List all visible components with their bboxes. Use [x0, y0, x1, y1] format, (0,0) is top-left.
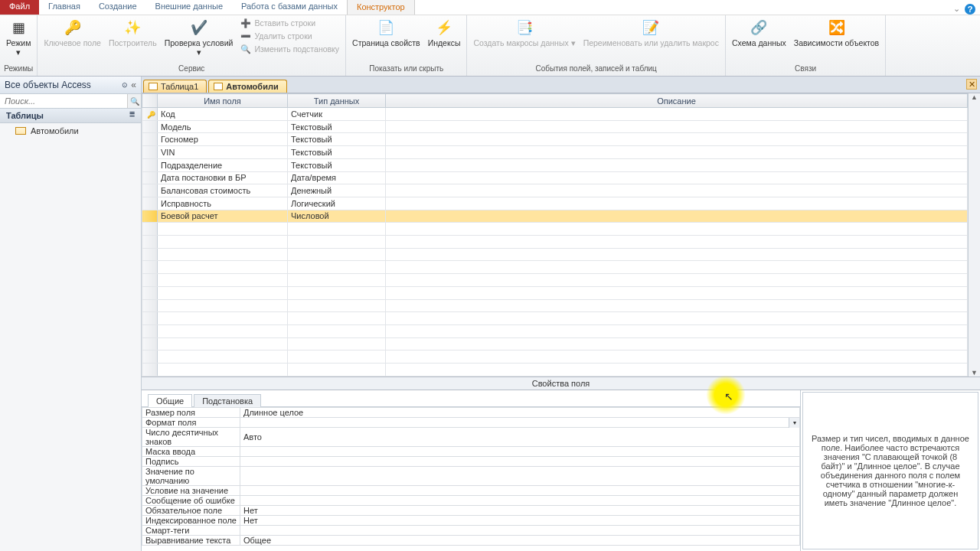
search-input[interactable]	[0, 94, 127, 108]
col-field-name[interactable]: Имя поля	[158, 94, 288, 108]
dropdown-icon[interactable]: ▾	[789, 418, 799, 428]
nav-dropdown-icon[interactable]: ⊙	[122, 81, 128, 89]
table-row[interactable]: Боевой расчет Числовой	[142, 210, 968, 223]
data-type-cell[interactable]: Текстовый	[288, 146, 386, 159]
property-value[interactable]: ▾	[240, 418, 800, 428]
row-selector[interactable]	[142, 210, 158, 223]
indexes-button[interactable]: ⚡ Индексы	[425, 17, 464, 49]
property-row[interactable]: Выравнивание текста Общее	[142, 536, 800, 546]
scroll-up-icon[interactable]: ▲	[971, 93, 978, 101]
table-row-empty[interactable]	[142, 274, 968, 287]
view-button[interactable]: ▦ Режим▾	[3, 17, 34, 58]
builder-button[interactable]: ✨ Построитель	[106, 17, 160, 49]
table-row-empty[interactable]	[142, 324, 968, 337]
scroll-down-icon[interactable]: ▼	[971, 369, 978, 377]
data-type-cell[interactable]: Денежный	[288, 184, 386, 197]
row-selector[interactable]	[142, 120, 158, 133]
description-cell[interactable]	[386, 133, 968, 146]
table-row[interactable]: Модель Текстовый	[142, 120, 968, 133]
insert-rows-button[interactable]: ➕Вставить строки	[237, 17, 342, 29]
field-name-cell[interactable]: Дата постановки в БР	[158, 171, 288, 184]
data-type-cell[interactable]: Числовой	[288, 210, 386, 223]
col-description[interactable]: Описание	[386, 94, 968, 108]
rename-macro-button[interactable]: 📝 Переименовать или удалить макрос	[580, 17, 722, 49]
field-name-cell[interactable]: Исправность	[158, 197, 288, 210]
property-row[interactable]: Размер поля Длинное целое	[142, 408, 800, 418]
property-value[interactable]	[240, 447, 800, 457]
row-selector[interactable]	[142, 158, 158, 171]
file-tab[interactable]: Файл	[0, 0, 39, 15]
table-row[interactable]: Госномер Текстовый	[142, 133, 968, 146]
data-type-cell[interactable]: Дата/время	[288, 171, 386, 184]
table-row-empty[interactable]	[142, 350, 968, 364]
property-value[interactable]: Нет	[240, 506, 800, 516]
relationships-button[interactable]: 🔗 Схема данных	[729, 17, 789, 49]
field-name-cell[interactable]: Боевой расчет	[158, 210, 288, 223]
col-data-type[interactable]: Тип данных	[288, 94, 386, 108]
property-grid[interactable]: Размер поля Длинное целоеФормат поля ▾Чи…	[142, 407, 800, 546]
search-icon[interactable]: 🔍	[127, 94, 141, 108]
minimize-ribbon-icon[interactable]: ⌄	[953, 4, 960, 15]
table-row[interactable]: Исправность Логический	[142, 197, 968, 210]
property-value[interactable]: Авто	[240, 428, 800, 447]
field-grid[interactable]: Имя поля Тип данных Описание Код Счетчик…	[142, 93, 968, 377]
property-value[interactable]	[240, 526, 800, 536]
field-name-cell[interactable]: VIN	[158, 146, 288, 159]
ribbon-tab-design[interactable]: Конструктор	[347, 0, 415, 15]
description-cell[interactable]	[386, 158, 968, 171]
property-row[interactable]: Обязательное поле Нет	[142, 506, 800, 516]
row-selector[interactable]	[142, 171, 158, 184]
property-row[interactable]: Значение по умолчанию	[142, 467, 800, 486]
description-cell[interactable]	[386, 184, 968, 197]
property-row[interactable]: Смарт-теги	[142, 526, 800, 536]
table-row-empty[interactable]	[142, 236, 968, 249]
delete-rows-button[interactable]: ➖Удалить строки	[237, 30, 342, 42]
property-value[interactable]	[240, 496, 800, 506]
doc-tab-table1[interactable]: Таблица1	[143, 80, 207, 93]
property-sheet-button[interactable]: 📄 Страница свойств	[349, 17, 423, 49]
data-type-cell[interactable]: Текстовый	[288, 158, 386, 171]
property-row[interactable]: Условие на значение	[142, 486, 800, 496]
description-cell[interactable]	[386, 171, 968, 184]
ribbon-tab-create[interactable]: Создание	[90, 0, 146, 15]
table-row[interactable]: Балансовая стоимость Денежный	[142, 184, 968, 197]
row-selector[interactable]	[142, 184, 158, 197]
property-value[interactable]	[240, 467, 800, 486]
description-cell[interactable]	[386, 120, 968, 133]
test-rules-button[interactable]: ✔️ Проверка условий▾	[162, 17, 237, 58]
prop-tab-general[interactable]: Общие	[148, 394, 192, 407]
primary-key-button[interactable]: 🔑 Ключевое поле	[41, 17, 104, 49]
property-row[interactable]: Формат поля ▾	[142, 418, 800, 428]
row-selector[interactable]	[142, 197, 158, 210]
field-name-cell[interactable]: Модель	[158, 120, 288, 133]
field-name-cell[interactable]: Госномер	[158, 133, 288, 146]
nav-collapse-icon[interactable]: «	[131, 80, 136, 90]
data-type-cell[interactable]: Текстовый	[288, 120, 386, 133]
field-name-cell[interactable]: Подразделение	[158, 158, 288, 171]
row-selector[interactable]	[142, 133, 158, 146]
table-row-empty[interactable]	[142, 299, 968, 312]
property-row[interactable]: Число десятичных знаков Авто	[142, 428, 800, 447]
table-row-empty[interactable]	[142, 337, 968, 350]
property-row[interactable]: Сообщение об ошибке	[142, 496, 800, 506]
create-macros-button[interactable]: 📑 Создать макросы данных ▾	[470, 17, 578, 49]
description-cell[interactable]	[386, 210, 968, 223]
vertical-scrollbar[interactable]: ▲ ▼	[968, 93, 980, 377]
collapse-group-icon[interactable]: ☰	[129, 111, 135, 120]
ribbon-tab-home[interactable]: Главная	[39, 0, 90, 15]
property-value[interactable]: Нет	[240, 516, 800, 526]
nav-header[interactable]: Все объекты Access ⊙ «	[0, 77, 141, 94]
property-value[interactable]: Общее	[240, 536, 800, 546]
table-row-empty[interactable]	[142, 364, 968, 377]
row-selector[interactable]	[142, 146, 158, 159]
property-value[interactable]	[240, 457, 800, 467]
help-icon[interactable]: ?	[965, 4, 975, 15]
field-name-cell[interactable]: Код	[158, 108, 288, 121]
property-row[interactable]: Индексированное поле Нет	[142, 516, 800, 526]
doc-tab-cars[interactable]: Автомобили	[208, 80, 286, 93]
row-selector[interactable]	[142, 108, 158, 121]
ribbon-tab-db[interactable]: Работа с базами данных	[232, 0, 347, 15]
table-row[interactable]: VIN Текстовый	[142, 146, 968, 159]
prop-tab-lookup[interactable]: Подстановка	[194, 394, 261, 407]
table-row-empty[interactable]	[142, 223, 968, 236]
